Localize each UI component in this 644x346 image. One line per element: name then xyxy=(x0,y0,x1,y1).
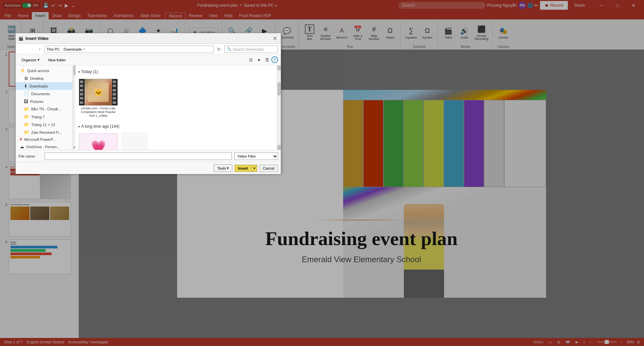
dialog-overlay: 🎬 Insert Video ✕ ← → ↑ This PC › Downloa… xyxy=(0,0,644,346)
desktop-icon: 🖥 xyxy=(24,76,28,81)
today-files-grid: 🐱 xyxy=(78,76,274,120)
insert-arrow-icon: ▾ xyxy=(254,166,255,170)
new-folder-label: New folder xyxy=(48,58,66,62)
nav-quick-access[interactable]: ⚡ Quick access xyxy=(16,67,72,74)
view-dropdown-button[interactable]: ▾ xyxy=(255,56,263,64)
film-hole-r6 xyxy=(113,101,116,104)
content-scrollbar[interactable] xyxy=(277,65,281,150)
path-thispc: This PC xyxy=(47,47,60,51)
insert-label: Insert xyxy=(238,166,248,170)
documents-label: Documents xyxy=(31,92,50,96)
view-large-icons-button[interactable]: ⊡ xyxy=(247,56,255,64)
nav-documents[interactable]: 📄 Documents xyxy=(16,90,72,98)
dialog-footer-buttons: Tools ▾ Insert ▾ Cancel xyxy=(16,162,281,174)
dialog-header: 🎬 Insert Video ✕ xyxy=(16,33,281,44)
search-icon: 🔍 xyxy=(227,47,231,51)
film-hole-2 xyxy=(80,84,83,87)
downloads-icon: ⬇ xyxy=(24,83,28,89)
film-hole-r5 xyxy=(113,97,116,100)
dialog-search[interactable]: 🔍 Search Downloads xyxy=(224,46,278,53)
file-item-cats-video[interactable]: 🐱 xyxy=(78,77,118,119)
insert-dropdown-button[interactable]: ▾ xyxy=(252,165,257,172)
filetype-select[interactable]: Video Files All Files xyxy=(234,153,278,160)
longago-files-grid: 💗 xyxy=(78,131,274,150)
filename-label: File name: xyxy=(18,154,42,158)
nav-thang7[interactable]: 📁 Tháng 7 xyxy=(16,113,72,121)
nav-powerpoint[interactable]: P Microsoft PowerP... xyxy=(16,136,72,143)
dialog-footer-filename: File name: Video Files All Files xyxy=(16,150,281,162)
quick-access-icon: ⚡ xyxy=(20,68,25,73)
content-scroll-down xyxy=(277,145,281,150)
organize-label: Organize xyxy=(21,58,37,62)
pictures-nav-label: Pictures xyxy=(30,100,44,104)
search-placeholder-text: Search Downloads xyxy=(233,47,264,51)
dialog-content: ▾ Today (1) xyxy=(75,65,277,150)
cats-video-name: y2mate.com - Funny Cats Compilation Most… xyxy=(79,107,117,117)
nav-bao[interactable]: 📁 Bảo TN - Chuyề... xyxy=(16,105,72,113)
nav-up-button[interactable]: ↑ xyxy=(37,46,42,53)
onedrive-icon: ☁ xyxy=(20,144,24,149)
zalo-label: Zalo Received Fi... xyxy=(31,130,62,134)
nav-forward-button[interactable]: → xyxy=(28,46,35,53)
longago-section-header[interactable]: ▾ A long time ago (144) xyxy=(78,123,274,131)
nav-desktop[interactable]: 🖥 Desktop xyxy=(16,74,72,82)
film-hole-6 xyxy=(80,101,83,104)
today-section-header[interactable]: ▾ Today (1) xyxy=(78,68,274,76)
insert-video-dialog: 🎬 Insert Video ✕ ← → ↑ This PC › Downloa… xyxy=(15,33,281,174)
organize-button[interactable]: Organize ▾ xyxy=(18,56,43,63)
film-hole-r1 xyxy=(113,80,116,83)
path-dropdown: ▾ xyxy=(83,47,85,51)
film-strip-left xyxy=(79,79,85,105)
longago-arrow: ▾ xyxy=(78,125,80,128)
dialog-nav: ⚡ Quick access 🖥 Desktop ⬇ Downloads 📄 D… xyxy=(16,65,73,150)
help-button[interactable]: ? xyxy=(271,56,278,63)
bao-folder-icon: 📁 xyxy=(24,107,29,112)
thang7-label: Tháng 7 xyxy=(31,115,45,119)
ppt-label: Microsoft PowerP... xyxy=(24,137,56,141)
dialog-toolbar: Organize ▾ New folder ⊡ ▾ ☰ ? xyxy=(16,55,281,65)
tools-button[interactable]: Tools ▾ xyxy=(214,164,232,172)
nav-thang11[interactable]: 📁 Tháng 11 + 12 xyxy=(16,121,72,128)
film-hole-5 xyxy=(80,97,83,100)
new-folder-button[interactable]: New folder xyxy=(45,57,69,63)
thang7-icon: 📁 xyxy=(24,114,29,119)
view-details-button[interactable]: ☰ xyxy=(263,56,271,64)
cancel-label: Cancel xyxy=(263,166,274,170)
view-controls: ⊡ ▾ ☰ ? xyxy=(247,56,278,64)
film-hole-r3 xyxy=(113,89,116,92)
dialog-title: 🎬 Insert Video xyxy=(18,36,48,41)
film-hole-r4 xyxy=(113,93,116,96)
insert-button[interactable]: Insert xyxy=(234,165,252,172)
cancel-button[interactable]: Cancel xyxy=(259,165,278,172)
content-scroll-thumb xyxy=(277,82,281,96)
file-item-placeholder-2 xyxy=(121,132,148,150)
film-hole-1 xyxy=(80,80,83,83)
today-arrow: ▾ xyxy=(78,70,80,74)
film-content: 🐱 xyxy=(85,79,112,105)
video-icon-dialog: 🎬 xyxy=(18,36,23,41)
nav-scroll-down[interactable]: ▾ xyxy=(73,145,75,150)
nav-onedrive[interactable]: ☁ OneDrive - Person... xyxy=(16,143,72,150)
file-item-heart[interactable]: 💗 xyxy=(78,132,118,150)
dialog-close-button[interactable]: ✕ xyxy=(271,35,278,42)
nav-downloads[interactable]: ⬇ Downloads xyxy=(16,82,72,90)
address-path[interactable]: This PC › Downloads ▾ xyxy=(44,46,214,53)
path-separator-1: › xyxy=(61,47,62,51)
desktop-label: Desktop xyxy=(30,76,44,80)
filename-input[interactable] xyxy=(45,153,232,160)
film-strip-right xyxy=(112,79,117,105)
cats-video-thumb: 🐱 xyxy=(79,79,118,106)
documents-icon: 📄 xyxy=(24,91,29,96)
dialog-address-bar: ← → ↑ This PC › Downloads ▾ ↻ 🔍 Search D… xyxy=(16,44,281,55)
nav-zalo[interactable]: 📁 Zalo Received Fi... xyxy=(16,128,72,136)
nav-back-button[interactable]: ← xyxy=(18,46,26,53)
insert-button-group: Insert ▾ xyxy=(234,165,257,172)
heart-thumb: 💗 xyxy=(79,133,118,150)
nav-pictures[interactable]: 🖼 Pictures xyxy=(16,98,72,105)
onedrive-label: OneDrive - Person... xyxy=(26,145,60,149)
zalo-icon: 📁 xyxy=(24,130,29,135)
refresh-button[interactable]: ↻ xyxy=(216,46,222,53)
dialog-content-area: ▾ Today (1) xyxy=(75,65,281,150)
nav-scrollbar[interactable]: ▾ xyxy=(73,65,75,150)
path-downloads: Downloads xyxy=(63,47,82,51)
